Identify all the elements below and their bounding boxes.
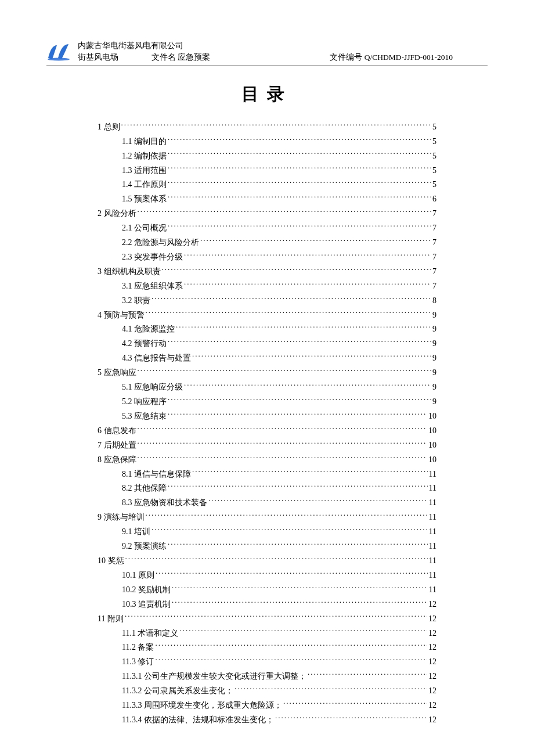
- toc-leader-dots: [168, 150, 431, 159]
- toc-entry-label: 2.1 公司概况: [122, 221, 167, 236]
- toc-entry-page: 10: [428, 424, 436, 438]
- table-of-contents: 1 总则51.1 编制目的51.2 编制依据51.3 适用范围51.4 工作原则…: [46, 120, 488, 728]
- toc-entry: 10.3 追责机制12: [98, 597, 436, 612]
- toc-entry: 1.3 适用范围5: [98, 164, 436, 178]
- toc-entry-page: 11: [429, 510, 436, 525]
- toc-entry-page: 12: [428, 684, 436, 699]
- toc-entry: 6 信息发布10: [98, 424, 436, 438]
- toc-entry-page: 12: [428, 655, 436, 669]
- toc-entry-label: 5.2 响应程序: [122, 395, 167, 409]
- toc-entry-page: 9: [432, 380, 436, 395]
- toc-entry-label: 1.4 工作原则: [122, 178, 167, 192]
- toc-entry-page: 11: [429, 496, 436, 510]
- toc-entry-label: 2 风险分析: [98, 207, 136, 221]
- toc-entry-label: 10 奖惩: [98, 554, 124, 568]
- toc-entry-page: 7: [432, 207, 436, 221]
- toc-entry-label: 11 附则: [98, 612, 124, 627]
- toc-leader-dots: [208, 497, 428, 505]
- toc-entry: 4.2 预警行动9: [98, 337, 436, 351]
- toc-entry-label: 1.3 适用范围: [122, 164, 167, 178]
- toc-entry-page: 6: [432, 192, 436, 207]
- toc-leader-dots: [155, 642, 427, 650]
- toc-entry-page: 11: [429, 539, 436, 554]
- toc-entry-page: 7: [432, 221, 436, 236]
- header-site: 街基风电场: [78, 53, 118, 62]
- toc-entry-label: 11.1 术语和定义: [122, 627, 178, 641]
- toc-entry: 3.1 应急组织体系7: [98, 279, 436, 294]
- toc-entry-label: 9.1 培训: [122, 525, 150, 539]
- toc-leader-dots: [168, 136, 431, 144]
- toc-entry-label: 5.1 应急响应分级: [122, 380, 183, 395]
- toc-entry-page: 9: [432, 366, 436, 380]
- toc-entry-page: 5: [432, 178, 436, 192]
- document-page: 内蒙古华电街基风电有限公司 街基风电场 文件名 应急预案 文件编号 Q/CHDM…: [0, 0, 534, 756]
- toc-leader-dots: [234, 685, 427, 693]
- toc-entry-page: 12: [428, 640, 436, 655]
- header-docno: Q/CHDMD-JJFD-001-2010: [365, 53, 453, 62]
- toc-leader-dots: [168, 222, 431, 231]
- toc-entry: 1.4 工作原则5: [98, 178, 436, 192]
- toc-entry-label: 1.5 预案体系: [122, 192, 167, 207]
- toc-leader-dots: [168, 541, 428, 549]
- toc-entry: 5.2 响应程序9: [98, 395, 436, 409]
- toc-entry-page: 11: [429, 568, 436, 583]
- toc-entry-label: 3 组织机构及职责: [98, 265, 161, 279]
- toc-leader-dots: [184, 381, 431, 390]
- toc-entry-page: 11: [429, 481, 436, 496]
- toc-entry-page: 12: [428, 669, 436, 684]
- header-left: 街基风电场 文件名 应急预案: [78, 52, 210, 63]
- toc-entry-label: 3.2 职责: [122, 294, 150, 308]
- toc-entry-label: 5.3 应急结束: [122, 409, 167, 424]
- toc-entry-label: 1 总则: [98, 120, 120, 135]
- toc-entry-label: 11.2 备案: [122, 640, 154, 655]
- toc-leader-dots: [146, 512, 428, 520]
- toc-entry-label: 4.2 预警行动: [122, 337, 167, 351]
- toc-entry-label: 2.2 危险源与风险分析: [122, 236, 199, 250]
- toc-leader-dots: [168, 165, 431, 173]
- header-text-block: 内蒙古华电街基风电有限公司 街基风电场 文件名 应急预案 文件编号 Q/CHDM…: [78, 41, 488, 63]
- toc-entry: 3 组织机构及职责7: [98, 265, 436, 279]
- toc-leader-dots: [138, 425, 428, 433]
- toc-entry-page: 11: [429, 554, 436, 568]
- header-company: 内蒙古华电街基风电有限公司: [78, 41, 488, 52]
- toc-leader-dots: [146, 309, 432, 318]
- toc-entry-label: 8.1 通信与信息保障: [122, 467, 191, 482]
- toc-entry: 5.1 应急响应分级9: [98, 380, 436, 395]
- toc-entry-page: 10: [428, 409, 436, 424]
- toc-entry: 10 奖惩11: [98, 554, 436, 568]
- toc-leader-dots: [200, 237, 431, 245]
- header-docline: 街基风电场 文件名 应急预案 文件编号 Q/CHDMD-JJFD-001-201…: [78, 52, 488, 63]
- toc-entry-label: 11.3 修订: [122, 655, 154, 669]
- toc-entry: 10.1 原则11: [98, 568, 436, 583]
- toc-leader-dots: [179, 628, 427, 636]
- toc-leader-dots: [125, 555, 428, 563]
- toc-entry-label: 9.2 预案演练: [122, 539, 167, 554]
- toc-leader-dots: [125, 613, 427, 621]
- company-logo-icon: [46, 42, 71, 62]
- toc-entry: 9 演练与培训11: [98, 510, 436, 525]
- toc-entry-label: 10.3 追责机制: [122, 597, 171, 612]
- toc-entry-page: 10: [428, 438, 436, 453]
- header-right: 文件编号 Q/CHDMD-JJFD-001-2010: [330, 52, 453, 63]
- toc-leader-dots: [176, 323, 431, 332]
- toc-entry: 4.3 信息报告与处置9: [98, 351, 436, 366]
- toc-entry: 8 应急保障10: [98, 453, 436, 467]
- toc-entry: 11.3 修订12: [98, 655, 436, 669]
- toc-entry-page: 5: [432, 164, 436, 178]
- toc-leader-dots: [138, 367, 432, 375]
- toc-entry: 2 风险分析7: [98, 207, 436, 221]
- toc-entry-label: 11.3.1 公司生产规模发生较大变化或进行重大调整；: [122, 669, 306, 684]
- toc-leader-dots: [184, 280, 431, 289]
- toc-leader-dots: [308, 671, 427, 679]
- toc-leader-dots: [162, 266, 432, 274]
- toc-leader-dots: [151, 526, 428, 534]
- toc-entry-label: 11.3.3 周围环境发生变化，形成重大危险源；: [122, 699, 282, 713]
- toc-entry-label: 2.3 突发事件分级: [122, 250, 183, 265]
- toc-leader-dots: [168, 483, 428, 491]
- toc-entry: 4.1 危险源监控9: [98, 322, 436, 337]
- toc-entry-label: 11.3.2 公司隶属关系发生变化；: [122, 684, 233, 699]
- toc-leader-dots: [168, 338, 431, 346]
- toc-leader-dots: [172, 584, 428, 592]
- toc-leader-dots: [138, 454, 428, 462]
- toc-entry: 2.2 危险源与风险分析7: [98, 236, 436, 250]
